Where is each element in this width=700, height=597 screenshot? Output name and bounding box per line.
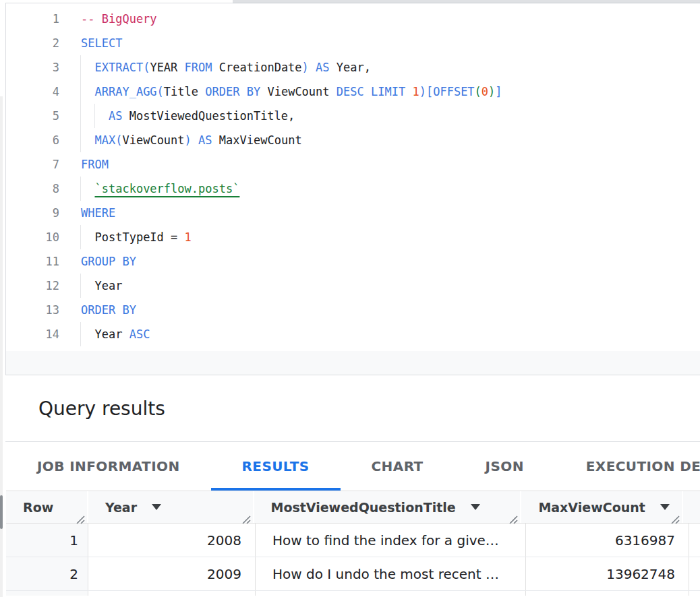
column-menu-arrow-icon[interactable] bbox=[152, 504, 161, 510]
column-header-maxviewcount[interactable]: MaxViewCount bbox=[521, 491, 682, 523]
column-resize-grip[interactable] bbox=[671, 512, 680, 521]
column-menu-arrow-icon[interactable] bbox=[660, 504, 670, 510]
query-results-header: Query results bbox=[6, 375, 700, 441]
cell-row bbox=[6, 591, 88, 596]
column-resize-grip[interactable] bbox=[76, 512, 85, 521]
token-kw: AS bbox=[109, 109, 122, 123]
indent-guide bbox=[80, 274, 81, 298]
token-kw: ARRAY_AGG bbox=[94, 85, 156, 98]
token-kw: AS bbox=[316, 61, 329, 74]
token-plain bbox=[81, 85, 94, 98]
line-number: 3 bbox=[6, 55, 59, 80]
line-number: 1 bbox=[6, 7, 59, 31]
code-line-9: 9WHERE bbox=[6, 201, 700, 225]
token-br1: [ bbox=[426, 85, 433, 98]
code-line-3: 3 EXTRACT(YEAR FROM CreationDate) AS Yea… bbox=[6, 55, 700, 80]
token-br1: ] bbox=[495, 85, 502, 98]
line-number: 12 bbox=[6, 274, 59, 298]
token-plain bbox=[115, 255, 122, 268]
indent-guide bbox=[80, 80, 81, 104]
token-plain: ViewCount bbox=[260, 85, 337, 98]
line-number: 9 bbox=[6, 201, 59, 225]
column-header-label: MostViewedQuestionTitle bbox=[271, 500, 456, 515]
line-content: WHERE bbox=[59, 201, 115, 225]
vertical-scrollbar-thumb[interactable] bbox=[0, 495, 3, 529]
cell-maxviewcount bbox=[526, 591, 689, 596]
token-plain bbox=[239, 85, 246, 98]
tab-chart[interactable]: CHART bbox=[341, 442, 455, 491]
code-line-2: 2SELECT bbox=[6, 31, 700, 55]
sql-editor[interactable]: 1-- BigQuery2SELECT3 EXTRACT(YEAR FROM C… bbox=[6, 3, 700, 351]
token-kw: BY bbox=[122, 255, 136, 268]
line-number: 2 bbox=[6, 31, 59, 55]
tab-results[interactable]: RESULTS bbox=[211, 442, 341, 491]
token-br1: ( bbox=[115, 133, 122, 147]
cell-year bbox=[88, 591, 256, 596]
column-menu-arrow-icon[interactable] bbox=[471, 504, 480, 510]
tab-label: EXECUTION DETAILS bbox=[586, 458, 700, 474]
token-plain: Title bbox=[164, 85, 205, 98]
cell-row: 1 bbox=[6, 524, 88, 557]
table-row-partial bbox=[6, 591, 700, 596]
code-line-13: 13ORDER BY bbox=[6, 298, 700, 322]
cell-mostviewedquestiontitle: How do I undo the most recent … bbox=[256, 557, 526, 590]
column-resize-grip[interactable] bbox=[509, 512, 518, 521]
line-number: 4 bbox=[6, 80, 59, 104]
token-plain bbox=[364, 85, 371, 98]
column-resize-grip[interactable] bbox=[242, 512, 251, 521]
token-kw: MAX bbox=[94, 133, 115, 147]
token-plain bbox=[81, 230, 94, 244]
token-kw: ASC bbox=[129, 327, 150, 341]
token-kw: FROM bbox=[81, 158, 109, 171]
code-line-4: 4 ARRAY_AGG(Title ORDER BY ViewCount DES… bbox=[6, 80, 700, 104]
token-kw: GROUP bbox=[81, 255, 115, 268]
tab-json[interactable]: JSON bbox=[455, 442, 555, 491]
token-kw: BY bbox=[122, 303, 136, 317]
tab-label: CHART bbox=[372, 458, 424, 474]
token-num: 0 bbox=[482, 85, 488, 98]
line-content: -- BigQuery bbox=[59, 7, 157, 31]
token-plain: YEAR bbox=[150, 61, 184, 74]
token-num: 1 bbox=[412, 85, 419, 98]
tab-label: JSON bbox=[486, 458, 524, 474]
token-br1: ) bbox=[419, 85, 426, 98]
cell-row: 2 bbox=[6, 557, 88, 590]
code-line-7: 7FROM bbox=[6, 152, 700, 177]
query-results-title: Query results bbox=[38, 398, 165, 420]
token-plain: Year bbox=[94, 279, 122, 292]
line-content: ARRAY_AGG(Title ORDER BY ViewCount DESC … bbox=[59, 80, 502, 104]
token-plain: PostTypeId = bbox=[94, 230, 184, 244]
code-line-14: 14 Year ASC bbox=[6, 322, 700, 346]
column-header-row[interactable]: Row bbox=[6, 491, 87, 523]
line-content: GROUP BY bbox=[59, 249, 136, 274]
column-header-mostviewedquestiontitle[interactable]: MostViewedQuestionTitle bbox=[254, 491, 521, 523]
line-content: PostTypeId = 1 bbox=[59, 225, 192, 249]
cell-filler bbox=[689, 591, 700, 596]
token-str: `stackoverflow.posts` bbox=[94, 182, 239, 195]
token-kw: OFFSET bbox=[433, 85, 474, 98]
token-plain bbox=[81, 182, 94, 195]
column-header-label: Row bbox=[23, 500, 53, 515]
bigquery-console: 1-- BigQuery2SELECT3 EXTRACT(YEAR FROM C… bbox=[0, 0, 700, 597]
code-line-6: 6 MAX(ViewCount) AS MaxViewCount bbox=[6, 128, 700, 152]
indent-guide bbox=[94, 104, 95, 128]
tab-job-information[interactable]: JOB INFORMATION bbox=[6, 442, 211, 491]
code-line-1: 1-- BigQuery bbox=[6, 7, 700, 31]
tab-execution-details[interactable]: EXECUTION DETAILS bbox=[555, 442, 700, 491]
token-plain: Year bbox=[94, 327, 129, 341]
code-line-8: 8 `stackoverflow.posts` bbox=[6, 177, 700, 201]
line-content: AS MostViewedQuestionTitle, bbox=[59, 104, 295, 128]
line-number: 8 bbox=[6, 177, 59, 201]
token-br2: ) bbox=[488, 85, 495, 98]
code-line-10: 10 PostTypeId = 1 bbox=[6, 225, 700, 249]
line-content: FROM bbox=[59, 152, 109, 177]
results-table: RowYearMostViewedQuestionTitleMaxViewCou… bbox=[6, 491, 700, 596]
cell-mostviewedquestiontitle bbox=[256, 591, 526, 596]
indent-guide bbox=[80, 225, 81, 249]
code-line-11: 11GROUP BY bbox=[6, 249, 700, 274]
editor-empty-area bbox=[6, 351, 700, 375]
column-header-year[interactable]: Year bbox=[88, 491, 253, 523]
indent-guide bbox=[80, 55, 81, 80]
cell-filler bbox=[689, 524, 700, 557]
table-row: 22009How do I undo the most recent …1396… bbox=[6, 557, 700, 591]
